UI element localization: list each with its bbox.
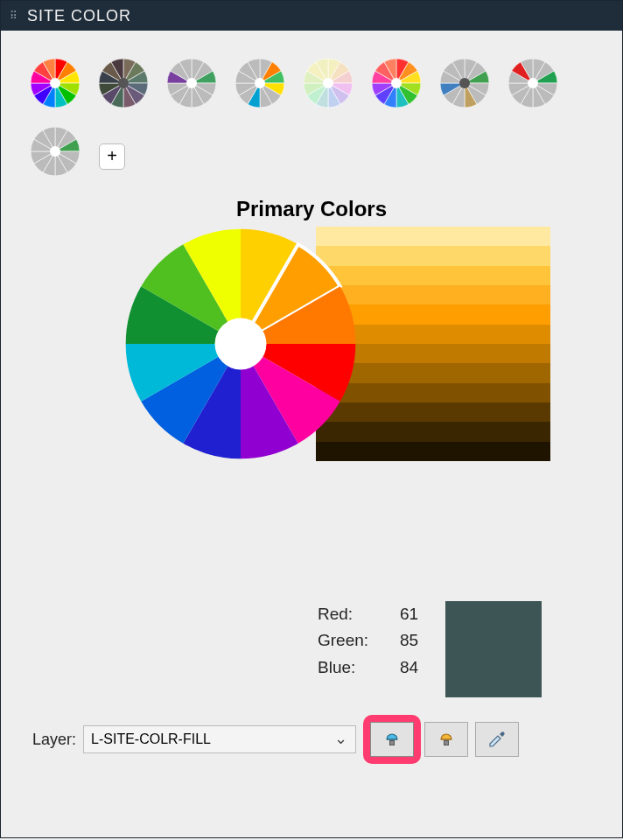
svg-point-9 (215, 318, 267, 370)
svg-point-1 (118, 78, 129, 88)
window-title: SITE COLOR (27, 7, 131, 25)
highlighted-tool (363, 715, 421, 764)
eyedropper-button[interactable] (475, 722, 519, 757)
rgb-readout: Red: 61 Green: 85 Blue: 84 (318, 601, 435, 681)
red-value: 61 (400, 601, 435, 627)
svg-point-6 (459, 78, 470, 88)
svg-point-2 (186, 78, 197, 88)
green-label: Green: (318, 627, 379, 654)
layer-select[interactable] (83, 725, 356, 753)
lamp-orange-button[interactable] (424, 722, 468, 757)
color-wheel[interactable] (123, 227, 358, 461)
svg-point-0 (50, 78, 60, 88)
red-label: Red: (318, 601, 379, 627)
palette-tri-blue-tan-green[interactable] (440, 59, 489, 108)
palette-rainbow[interactable] (31, 59, 80, 108)
lamp-orange-icon (435, 728, 458, 751)
lamp-blue-button[interactable] (370, 722, 414, 757)
svg-point-7 (528, 78, 538, 88)
layer-label: Layer: (32, 731, 76, 749)
palette-rgg[interactable] (508, 59, 557, 108)
title-bar: ⠿ SITE COLOR (1, 1, 622, 31)
palette-muted[interactable] (99, 59, 148, 108)
lamp-blue-icon (381, 728, 403, 751)
blue-value: 84 (400, 654, 435, 681)
palette-pastel[interactable] (304, 59, 353, 108)
svg-point-5 (391, 78, 402, 88)
palette-multi[interactable] (235, 59, 284, 108)
current-color-swatch (445, 601, 542, 697)
grip-icon: ⠿ (10, 10, 18, 22)
blue-label: Blue: (318, 654, 379, 681)
section-title: Primary Colors (17, 197, 606, 221)
palette-row: + (17, 46, 606, 183)
add-palette-button[interactable]: + (99, 144, 125, 170)
svg-rect-11 (390, 741, 395, 746)
svg-point-3 (255, 78, 265, 88)
palette-grey-green-violet[interactable] (167, 59, 216, 108)
eyedropper-icon (486, 728, 508, 751)
svg-rect-13 (444, 741, 449, 746)
palette-single-green[interactable] (31, 127, 80, 176)
palette-vibrant[interactable] (372, 59, 421, 108)
svg-point-4 (323, 78, 333, 88)
color-picker (17, 227, 606, 461)
svg-point-8 (50, 146, 60, 157)
green-value: 85 (400, 627, 435, 654)
